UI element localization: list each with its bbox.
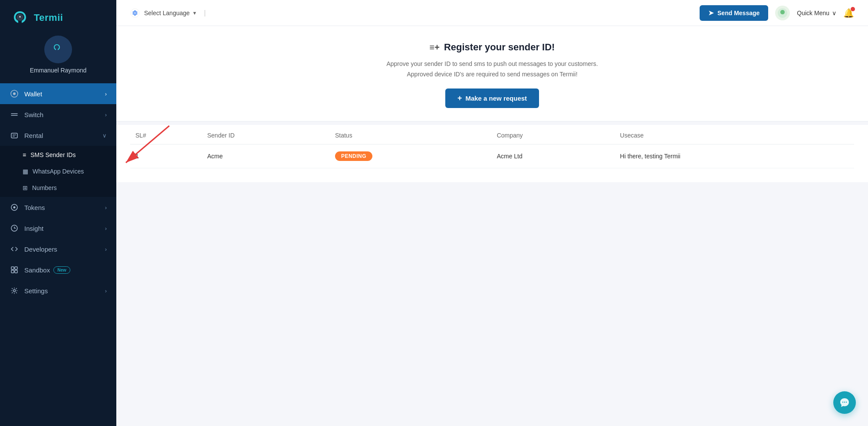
row-sender-id: Acme — [202, 144, 329, 168]
switch-chevron: › — [105, 111, 107, 118]
sidebar-item-insight[interactable]: Insight › — [0, 218, 116, 239]
svg-point-9 — [13, 206, 16, 209]
svg-rect-12 — [15, 267, 17, 269]
sidebar-item-numbers[interactable]: ⊞ Numbers — [0, 180, 116, 196]
svg-rect-14 — [15, 270, 17, 273]
chat-icon — [839, 397, 850, 408]
sidebar-item-settings-label: Settings — [24, 287, 48, 295]
sender-ids-table: SL# Sender ID Status Company Usecase 1 A… — [130, 125, 854, 168]
sidebar-item-switch[interactable]: Switch › — [0, 104, 116, 125]
sidebar-item-sandbox[interactable]: Sandbox New — [0, 259, 116, 280]
settings-chevron: › — [105, 288, 107, 294]
rental-submenu: ≡ SMS Sender IDs ▦ WhatsApp Devices ⊞ Nu… — [0, 146, 116, 197]
table-header: SL# Sender ID Status Company Usecase — [130, 125, 854, 144]
wallet-icon — [10, 89, 19, 98]
row-company: Acme Ltd — [492, 144, 615, 168]
register-sender-id-section: ≡+ Register your sender ID! Approve your… — [116, 26, 868, 121]
insight-icon — [10, 223, 19, 233]
sidebar-item-developers-label: Developers — [24, 246, 57, 253]
sandbox-icon — [10, 265, 19, 275]
row-sl: 1 — [130, 144, 202, 168]
send-message-label: Send Message — [717, 10, 760, 16]
new-request-label: Make a new request — [465, 95, 527, 102]
topbar-separator: | — [204, 9, 206, 17]
col-sender-id: Sender ID — [202, 125, 329, 144]
register-title: ≡+ Register your sender ID! — [130, 42, 854, 53]
row-status: PENDING — [330, 144, 492, 168]
svg-point-15 — [13, 290, 16, 292]
chat-support-button[interactable] — [833, 391, 856, 414]
whatsapp-devices-label: WhatsApp Devices — [33, 168, 84, 175]
sidebar-item-switch-label: Switch — [24, 111, 43, 118]
sidebar-item-developers[interactable]: Developers › — [0, 239, 116, 259]
status-badge: PENDING — [335, 151, 372, 161]
sidebar-item-tokens[interactable]: Tokens › — [0, 197, 116, 218]
svg-rect-11 — [11, 267, 14, 269]
sidebar-item-tokens-label: Tokens — [24, 204, 45, 211]
insight-chevron: › — [105, 225, 107, 232]
sms-sender-ids-icon: ≡ — [23, 151, 26, 158]
sender-ids-table-section: SL# Sender ID Status Company Usecase 1 A… — [116, 125, 868, 182]
make-new-request-button[interactable]: + Make a new request — [445, 88, 539, 108]
sidebar-item-whatsapp-devices[interactable]: ▦ WhatsApp Devices — [0, 163, 116, 180]
register-desc-line1: Approve your sender ID to send sms to pu… — [130, 59, 854, 69]
sidebar-navigation: Wallet › Switch › Rental ∨ ≡ SMS Sender … — [0, 82, 116, 426]
register-title-text: Register your sender ID! — [444, 42, 555, 53]
logo-text: Termii — [34, 12, 63, 23]
sidebar-item-rental[interactable]: Rental ∨ — [0, 125, 116, 146]
user-quick-menu-avatar — [775, 6, 790, 20]
quick-menu-label: Quick Menu — [797, 10, 829, 16]
quick-menu-chevron: ∨ — [832, 10, 836, 16]
select-language-label: Select Language — [144, 10, 190, 16]
developers-icon — [10, 244, 19, 254]
google-icon — [130, 8, 140, 18]
sidebar-item-insight-label: Insight — [24, 225, 43, 232]
numbers-icon: ⊞ — [23, 184, 28, 191]
tokens-icon — [10, 203, 19, 212]
send-message-button[interactable]: ➤ Send Message — [700, 5, 768, 21]
rental-icon — [10, 131, 19, 140]
sandbox-new-badge: New — [53, 266, 70, 274]
tokens-chevron: › — [105, 204, 107, 211]
quick-menu-button[interactable]: Quick Menu ∨ — [797, 10, 836, 16]
sidebar-item-wallet[interactable]: Wallet › — [0, 83, 116, 104]
settings-icon — [10, 286, 19, 295]
numbers-label: Numbers — [32, 184, 57, 191]
svg-rect-13 — [11, 270, 14, 273]
sidebar: Termii Emmanuel Raymond Wallet › Switch … — [0, 0, 116, 426]
svg-point-24 — [846, 402, 847, 403]
table-row: 1 Acme PENDING Acme Ltd Hi there, testin… — [130, 144, 854, 168]
col-usecase: Usecase — [615, 125, 854, 144]
wallet-chevron: › — [105, 91, 107, 97]
table-body: 1 Acme PENDING Acme Ltd Hi there, testin… — [130, 144, 854, 168]
topbar-right: ➤ Send Message Quick Menu ∨ 🔔 — [700, 5, 854, 21]
select-language-control[interactable]: Select Language ▼ — [130, 8, 197, 18]
register-desc-line2: Approved device ID's are required to sen… — [130, 69, 854, 80]
sidebar-item-sandbox-label: Sandbox — [24, 266, 50, 274]
termii-logo-icon — [10, 10, 30, 26]
page-content: ≡+ Register your sender ID! Approve your… — [116, 26, 868, 426]
svg-point-23 — [844, 402, 845, 403]
whatsapp-devices-icon: ▦ — [23, 168, 28, 175]
user-name: Emmanuel Raymond — [30, 67, 87, 74]
svg-point-22 — [842, 402, 843, 403]
rental-chevron: ∨ — [102, 132, 107, 139]
sms-sender-ids-label: SMS Sender IDs — [30, 151, 76, 158]
plus-icon: + — [457, 94, 462, 103]
sidebar-item-settings[interactable]: Settings › — [0, 280, 116, 301]
switch-icon — [10, 110, 19, 119]
user-avatar — [44, 36, 72, 63]
col-company: Company — [492, 125, 615, 144]
register-title-icon: ≡+ — [430, 43, 440, 52]
table-header-row: SL# Sender ID Status Company Usecase — [130, 125, 854, 144]
notification-badge — [851, 7, 855, 11]
register-description: Approve your sender ID to send sms to pu… — [130, 59, 854, 80]
sidebar-user: Emmanuel Raymond — [0, 30, 116, 82]
topbar: Select Language ▼ | ➤ Send Message Quick… — [116, 0, 868, 26]
notification-area: 🔔 — [843, 8, 854, 18]
sidebar-item-sms-sender-ids[interactable]: ≡ SMS Sender IDs — [0, 147, 116, 163]
col-sl: SL# — [130, 125, 202, 144]
language-dropdown-arrow: ▼ — [192, 10, 197, 16]
send-icon: ➤ — [708, 9, 714, 17]
svg-rect-5 — [11, 133, 17, 138]
